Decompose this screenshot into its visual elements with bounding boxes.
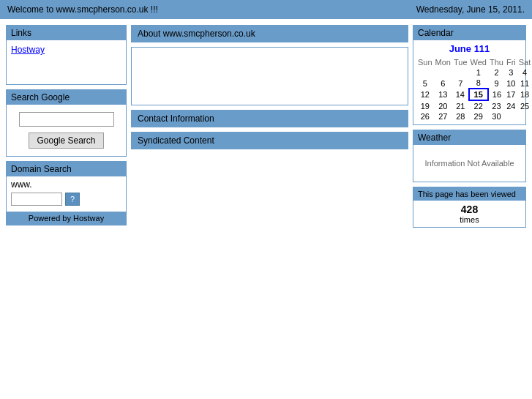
calendar-day [434,67,452,78]
cal-thu: Thu [488,57,505,67]
cal-mon: Mon [434,57,452,67]
middle-column: About www.smcpherson.co.uk Contact Infor… [131,25,408,149]
calendar-day [517,111,532,122]
calendar-week-row: 1234 [416,67,532,78]
left-column: Links Hostway Search Google Google Searc… [6,25,127,225]
calendar-panel-header: Calendar [413,26,525,40]
hostway-link[interactable]: Hostway [11,45,45,55]
google-search-button[interactable]: Google Search [29,133,103,149]
powered-by-bar: Powered by Hostway [7,212,126,225]
weather-panel-header: Weather [413,130,525,145]
about-panel-header: About www.smcpherson.co.uk [131,25,408,42]
calendar-day: 18 [517,89,532,100]
cal-wed: Wed [469,57,488,67]
cal-fri: Fri [505,57,517,67]
calendar-day: 14 [452,89,469,100]
calendar-week-row: 19202122232425 [416,100,532,111]
calendar-day [452,67,469,78]
calendar-week-row: 567891011 [416,78,532,89]
cal-sat: Sat [517,57,532,67]
date-text: Wednesday, June 15, 2011. [416,4,525,15]
links-panel-header: Links [7,26,126,40]
weather-panel: Weather Information Not Available [413,130,526,182]
calendar-day: 2 [488,67,505,78]
calendar-day: 30 [488,111,505,122]
calendar-day: 27 [434,111,452,122]
calendar-day: 5 [416,78,434,89]
calendar-day [505,111,517,122]
calendar-day: 23 [488,100,505,111]
calendar-day: 10 [505,78,517,89]
main-content: Links Hostway Search Google Google Searc… [0,19,532,234]
welcome-text: Welcome to www.smcpherson.co.uk !!! [7,4,158,15]
cal-tue: Tue [452,57,469,67]
search-google-panel-body: Google Search [7,105,126,156]
calendar-day: 15 [469,89,488,100]
calendar-day: 16 [488,89,505,100]
search-google-panel-header: Search Google [7,90,126,105]
header: Welcome to www.smcpherson.co.uk !!! Wedn… [0,0,532,19]
search-google-panel: Search Google Google Search [6,89,127,157]
domain-search-panel-body: www. ? [7,176,126,209]
calendar-day: 21 [452,100,469,111]
calendar-day: 26 [416,111,434,122]
calendar-day: 29 [469,111,488,122]
pageviews-count: 428 [416,204,522,215]
www-label: www. [11,179,32,190]
calendar-month-year: June 111 [416,43,522,54]
links-panel: Links Hostway [6,25,127,85]
domain-search-panel: Domain Search www. ? Powered by Hostway [6,161,127,225]
domain-input-row: ? [11,193,121,206]
right-column: Calendar June 111 Sun Mon Tue Wed Thu Fr… [413,25,526,228]
calendar-day: 8 [469,78,488,89]
calendar-day: 25 [517,100,532,111]
calendar-panel: Calendar June 111 Sun Mon Tue Wed Thu Fr… [413,25,526,125]
calendar-day: 7 [452,78,469,89]
calendar-week-row: 12131415161718 [416,89,532,100]
contact-panel-header: Contact Information [131,110,408,127]
calendar-table: Sun Mon Tue Wed Thu Fri Sat 123456789101… [416,57,532,122]
weather-panel-body: Information Not Available [413,145,525,182]
calendar-header-row: Sun Mon Tue Wed Thu Fri Sat [416,57,532,67]
calendar-day: 9 [488,78,505,89]
calendar-panel-body: June 111 Sun Mon Tue Wed Thu Fri Sat [413,40,525,124]
pageviews-panel: This page has been viewed 428 times [413,187,526,228]
calendar-day: 12 [416,89,434,100]
pageviews-panel-header: This page has been viewed [413,187,525,201]
calendar-day: 1 [469,67,488,78]
calendar-day: 22 [469,100,488,111]
calendar-day: 6 [434,78,452,89]
weather-status: Information Not Available [424,159,514,168]
calendar-day: 17 [505,89,517,100]
domain-search-input[interactable] [11,193,62,206]
calendar-day: 3 [505,67,517,78]
links-panel-body: Hostway [7,40,126,84]
calendar-day: 4 [517,67,532,78]
calendar-day [416,67,434,78]
domain-go-button[interactable]: ? [65,193,80,206]
calendar-day: 24 [505,100,517,111]
about-panel-body [131,47,408,105]
calendar-day: 28 [452,111,469,122]
calendar-day: 13 [434,89,452,100]
domain-search-panel-header: Domain Search [7,162,126,176]
pageviews-panel-body: 428 times [413,201,525,227]
google-search-input[interactable] [19,112,114,127]
pageviews-label: times [416,215,522,224]
calendar-day: 20 [434,100,452,111]
calendar-week-row: 2627282930 [416,111,532,122]
syndicated-panel-header: Syndicated Content [131,132,408,149]
cal-sun: Sun [416,57,434,67]
calendar-day: 11 [517,78,532,89]
calendar-day: 19 [416,100,434,111]
